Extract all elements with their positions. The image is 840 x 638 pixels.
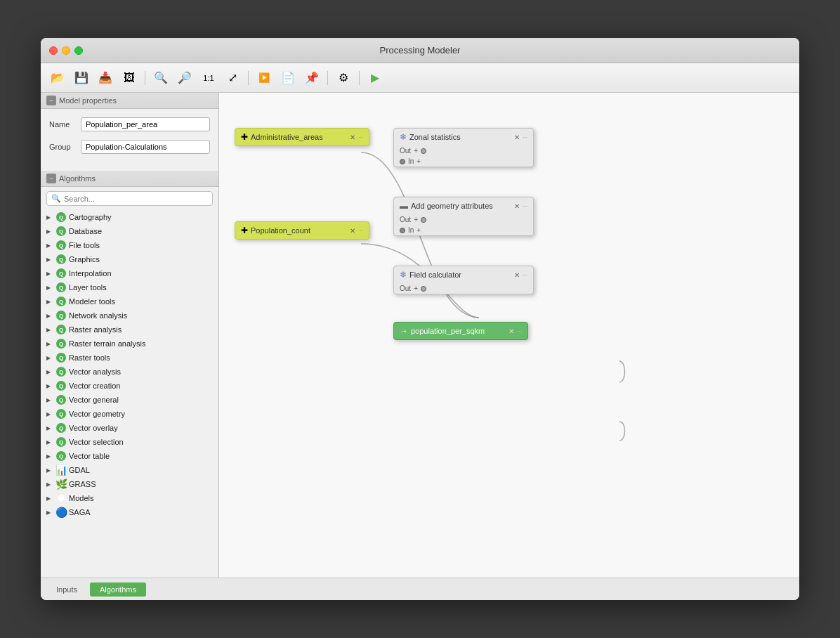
zoom-reset-button[interactable]: 1:1 (197, 67, 220, 89)
vector-table-label: Vector table (69, 452, 110, 460)
algo-item-grass[interactable]: ▶ 🌿 GRASS (41, 477, 218, 491)
expand-arrow-modeler-tools: ▶ (46, 299, 53, 305)
node-header-geometry: ▬ Add geometry attributes ✕ ··· (394, 197, 533, 214)
modeler-tools-label: Modeler tools (69, 297, 115, 306)
node-population-count[interactable]: ✚ Population_count ✕ ··· (235, 221, 369, 240)
node-title-geometry: Add geometry attributes (411, 202, 511, 210)
expand-arrow-database: ▶ (46, 228, 53, 235)
algo-item-layer-tools[interactable]: ▶ Q Layer tools (41, 280, 218, 294)
algo-item-vector-overlay[interactable]: ▶ Q Vector overlay (41, 421, 218, 435)
algo-item-cartography[interactable]: ▶ Q Cartography (41, 210, 218, 224)
snap-button[interactable]: 📌 (301, 67, 323, 89)
node-header-zonal: ❄ Zonal statistics ✕ ··· (394, 129, 533, 145)
algo-item-vector-general[interactable]: ▶ Q Vector general (41, 393, 218, 407)
port-out-label-field-calc: Out (400, 285, 411, 292)
node-add-icon-admin: ✚ (241, 132, 248, 142)
node-close-admin[interactable]: ✕ (350, 134, 355, 141)
separator-2 (248, 71, 249, 85)
grass-icon: 🌿 (56, 479, 66, 489)
save-as-button[interactable]: 📥 (94, 67, 117, 89)
collapse-model-properties[interactable]: − (46, 96, 56, 105)
play-button[interactable]: ▶ (364, 67, 386, 89)
algorithms-header[interactable]: − Algorithms (41, 171, 218, 187)
algo-item-interpolation[interactable]: ▶ Q Interpolation (41, 266, 218, 280)
algo-item-models[interactable]: ▶ ❄ Models (41, 491, 218, 505)
model-canvas[interactable]: ✚ Administrative_areas ✕ ··· ✚ Populatio… (219, 93, 799, 578)
search-input[interactable] (64, 195, 208, 203)
node-header-field-calc: ❄ Field calculator ✕ ··· (394, 266, 533, 283)
expand-arrow-vector-general: ▶ (46, 397, 53, 403)
close-button[interactable] (49, 46, 58, 55)
algo-item-database[interactable]: ▶ Q Database (41, 224, 218, 238)
algo-item-gdal[interactable]: ▶ 📊 GDAL (41, 463, 218, 477)
database-label: Database (69, 227, 102, 235)
node-population-per-sqkm[interactable]: → population_per_sqkm ✕ ··· (393, 322, 528, 340)
node-close-geometry[interactable]: ✕ (514, 202, 520, 210)
interpolation-icon: Q (56, 268, 66, 278)
algo-item-vector-geometry[interactable]: ▶ Q Vector geometry (41, 407, 218, 421)
export-image-button[interactable]: 🖼 (118, 67, 140, 89)
inputs-tab[interactable]: Inputs (46, 582, 87, 597)
maximize-button[interactable] (74, 46, 83, 55)
open-button[interactable]: 📂 (46, 67, 69, 89)
minimize-button[interactable] (62, 46, 70, 55)
raster-tools-label: Raster tools (69, 353, 110, 362)
node-snowflake-icon-calc: ❄ (400, 270, 407, 280)
toolbar: 📂 💾 📥 🖼 🔍 🔎 1:1 ⤢ ▶️ 📄 📌 ⚙ ▶ (41, 63, 799, 93)
main-content: − Model properties Name Group − Algorith… (41, 93, 799, 578)
collapse-algorithms[interactable]: − (46, 174, 56, 183)
port-plus-out-geometry[interactable]: + (414, 216, 418, 223)
node-close-field-calc[interactable]: ✕ (514, 271, 520, 279)
zoom-out-button[interactable]: 🔎 (173, 67, 196, 89)
algo-item-modeler-tools[interactable]: ▶ Q Modeler tools (41, 294, 218, 308)
group-input[interactable] (81, 140, 210, 154)
algo-item-vector-analysis[interactable]: ▶ Q Vector analysis (41, 365, 218, 379)
port-plus-zonal[interactable]: + (414, 147, 418, 155)
node-administrative-areas[interactable]: ✚ Administrative_areas ✕ ··· (235, 128, 369, 146)
port-plus-in-geometry[interactable]: + (416, 226, 421, 234)
group-label: Group (49, 143, 81, 151)
node-close-output[interactable]: ✕ (508, 327, 514, 335)
graphics-icon: Q (56, 254, 66, 264)
bottom-tabs: Inputs Algorithms (41, 578, 799, 600)
algo-item-vector-creation[interactable]: ▶ Q Vector creation (41, 379, 218, 393)
node-zonal-statistics[interactable]: ❄ Zonal statistics ✕ ··· Out + In + (393, 128, 534, 167)
export-pdf-button[interactable]: 📄 (277, 67, 299, 89)
zoom-in-button[interactable]: 🔍 (150, 67, 172, 89)
name-input[interactable] (81, 117, 210, 131)
algo-item-network-analysis[interactable]: ▶ Q Network analysis (41, 308, 218, 323)
algo-item-saga[interactable]: ▶ 🔵 SAGA (41, 505, 218, 519)
zoom-fit-button[interactable]: ⤢ (221, 67, 244, 89)
algo-item-raster-terrain[interactable]: ▶ Q Raster terrain analysis (41, 337, 218, 351)
algo-item-graphics[interactable]: ▶ Q Graphics (41, 252, 218, 266)
algorithms-tab[interactable]: Algorithms (90, 582, 146, 597)
node-close-zonal[interactable]: ✕ (514, 134, 520, 141)
algo-item-file-tools[interactable]: ▶ Q File tools (41, 238, 218, 252)
titlebar: Processing Modeler (41, 38, 799, 63)
port-out-label-geometry: Out (400, 216, 411, 223)
graphics-label: Graphics (69, 255, 100, 263)
port-plus-in-zonal[interactable]: + (416, 157, 421, 165)
node-title-output: population_per_sqkm (411, 327, 506, 335)
port-in-label-zonal: In (408, 157, 414, 165)
node-add-geometry[interactable]: ▬ Add geometry attributes ✕ ··· Out + In… (393, 197, 534, 236)
node-header-admin: ✚ Administrative_areas ✕ ··· (235, 129, 369, 145)
model-properties-header[interactable]: − Model properties (41, 93, 218, 109)
vector-selection-icon: Q (56, 437, 66, 447)
name-label: Name (49, 120, 81, 129)
node-field-calculator[interactable]: ❄ Field calculator ✕ ··· Out + (393, 266, 534, 294)
algo-item-raster-tools[interactable]: ▶ Q Raster tools (41, 351, 218, 365)
algo-item-vector-selection[interactable]: ▶ Q Vector selection (41, 435, 218, 449)
port-dot-in-geometry (400, 228, 405, 233)
algo-item-raster-analysis[interactable]: ▶ Q Raster analysis (41, 323, 218, 337)
database-icon: Q (56, 226, 66, 236)
settings-button[interactable]: ⚙ (332, 67, 355, 89)
modeler-tools-icon: Q (56, 297, 66, 306)
run-model-button[interactable]: ▶️ (253, 67, 275, 89)
save-button[interactable]: 💾 (70, 67, 93, 89)
algo-item-vector-table[interactable]: ▶ Q Vector table (41, 449, 218, 463)
expand-arrow-layer-tools: ▶ (46, 285, 53, 291)
expand-arrow-saga: ▶ (46, 509, 53, 516)
port-plus-out-calc[interactable]: + (414, 285, 418, 292)
node-close-pop[interactable]: ✕ (350, 227, 355, 235)
